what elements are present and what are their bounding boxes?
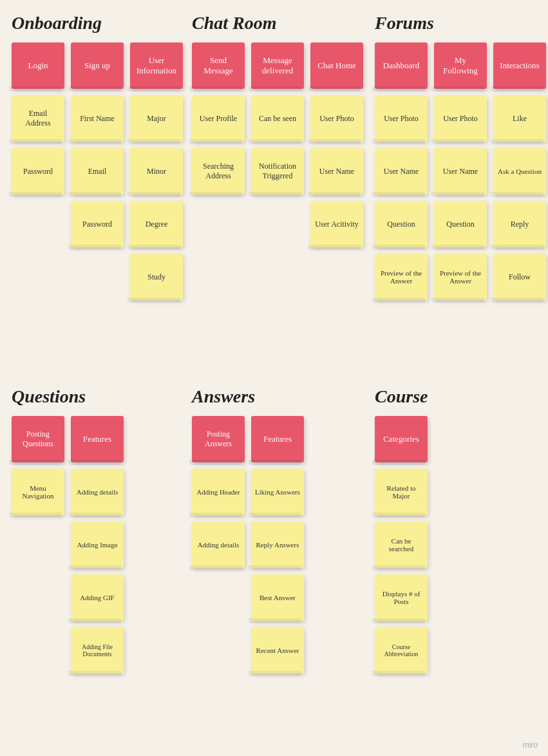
chatroom-user-activity[interactable]: User Acitivity [310,201,363,247]
onboarding-degree[interactable]: Degree [130,201,183,247]
miro-watermark: miro [523,741,538,750]
course-displays-posts[interactable]: Displays # of Posts [375,574,428,621]
chatroom-user-name[interactable]: User Name [310,148,363,194]
onboarding-title: Onboarding [12,13,183,33]
answers-section: Answers Posting Answers Features Adding … [192,386,304,674]
answers-title: Answers [192,386,304,407]
answers-adding-header[interactable]: Adding Header [192,469,245,515]
questions-features[interactable]: Features [71,416,124,462]
questions-title: Questions [12,386,124,407]
course-can-be-searched[interactable]: Can be searched [375,522,428,568]
questions-posting[interactable]: Posting Questions [12,416,64,462]
onboarding-minor[interactable]: Minor [130,148,183,194]
onboarding-major[interactable]: Major [130,95,183,142]
onboarding-password2[interactable]: Password [71,201,124,247]
forums-reply[interactable]: Reply [493,201,546,247]
questions-adding-image[interactable]: Adding Image [71,522,124,568]
course-section: Course Categories Related to Major Can b… [375,386,428,674]
onboarding-password[interactable]: Password [12,148,64,194]
onboarding-email[interactable]: Email [71,148,124,194]
course-title: Course [375,386,428,407]
answers-features[interactable]: Features [251,416,304,462]
course-categories[interactable]: Categories [375,416,428,462]
onboarding-email-address[interactable]: Email Address [12,95,64,142]
questions-adding-gif[interactable]: Adding GIF [71,574,124,621]
answers-posting[interactable]: Posting Answers [192,416,245,462]
onboarding-signup[interactable]: Sign up [71,43,124,89]
chatroom-searching-address[interactable]: Searching Address [192,148,245,194]
answers-recent[interactable]: Recent Answer [251,627,304,674]
course-related-major[interactable]: Related to Major [375,469,428,515]
questions-adding-file[interactable]: Adding File Documents [71,627,124,674]
chatroom-send-message[interactable]: Send Message [192,43,245,89]
forums-question-1[interactable]: Question [375,201,428,247]
chatroom-user-profile[interactable]: User Profile [192,95,245,142]
forums-question-2[interactable]: Question [434,201,487,247]
forums-like[interactable]: Like [493,95,546,142]
onboarding-login[interactable]: Login [12,43,64,89]
answers-reply[interactable]: Reply Answers [251,522,304,568]
forums-user-name-1[interactable]: User Name [375,148,428,194]
forums-preview-answer-2[interactable]: Preview of the Answer [434,254,487,300]
forums-interactions[interactable]: Interactions [493,43,546,89]
forums-preview-answer-1[interactable]: Preview of the Answer [375,254,428,300]
forums-user-name-2[interactable]: User Name [434,148,487,194]
chatroom-can-be-seen[interactable]: Can be seen [251,95,304,142]
course-abbreviation[interactable]: Course Abbreviation [375,627,428,674]
forums-section: Forums Dashboard My Following Interactio… [375,13,546,300]
chatroom-section: Chat Room Send Message Message delivered… [192,13,363,247]
forums-my-following[interactable]: My Following [434,43,487,89]
questions-section: Questions Posting Questions Features Men… [12,386,124,674]
forums-follow[interactable]: Follow [493,254,546,300]
onboarding-first-name[interactable]: First Name [71,95,124,142]
forums-ask-question[interactable]: Ask a Question [493,148,546,194]
answers-best[interactable]: Best Answer [251,574,304,621]
questions-adding-details[interactable]: Adding details [71,469,124,515]
chatroom-user-photo[interactable]: User Photo [310,95,363,142]
forums-user-photo-1[interactable]: User Photo [375,95,428,142]
onboarding-section: Onboarding Login Sign up User Informatio… [12,13,183,300]
onboarding-study[interactable]: Study [130,254,183,300]
forums-title: Forums [375,13,546,33]
chatroom-chat-home[interactable]: Chat Home [310,43,363,89]
chatroom-notification-triggered[interactable]: Notification Triggered [251,148,304,194]
forums-user-photo-2[interactable]: User Photo [434,95,487,142]
forums-dashboard[interactable]: Dashboard [375,43,428,89]
onboarding-user-info[interactable]: User Information [130,43,183,89]
questions-menu-nav[interactable]: Menu Navigation [12,469,64,515]
answers-adding-details[interactable]: Adding details [192,522,245,568]
answers-liking[interactable]: Liking Answers [251,469,304,515]
chatroom-title: Chat Room [192,13,363,33]
chatroom-message-delivered[interactable]: Message delivered [251,43,304,89]
